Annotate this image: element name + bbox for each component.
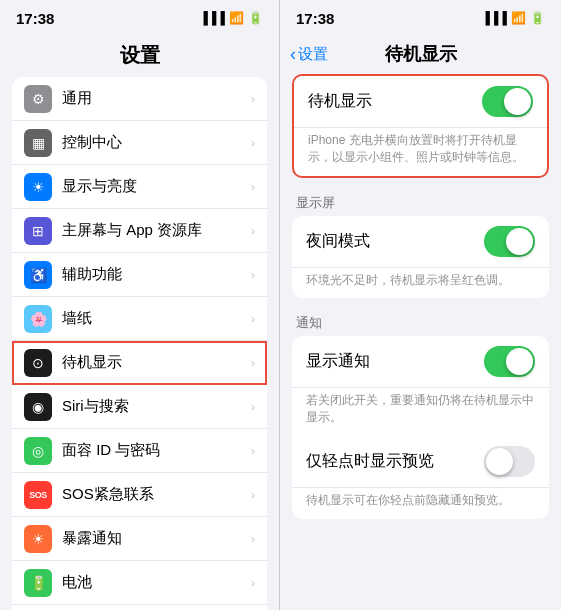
chevron-icon-faceid: › — [251, 443, 255, 458]
battery-icon: 🔋 — [248, 11, 263, 25]
standby-label: 待机显示 — [62, 353, 251, 372]
notification-section-card: 显示通知 若关闭此开关，重要通知仍将在待机显示中显示。 仅轻点时显示预览 待机显… — [292, 336, 549, 518]
wifi-icon-r: 📶 — [511, 11, 526, 25]
display-section-card: 夜间模式 环境光不足时，待机显示将呈红色调。 — [292, 216, 549, 299]
status-bar-left: 17:38 ▐▐▐ 📶 🔋 — [0, 0, 279, 36]
control-label: 控制中心 — [62, 133, 251, 152]
chevron-icon-sos: › — [251, 487, 255, 502]
faceid-label: 面容 ID 与密码 — [62, 441, 251, 460]
chevron-left-icon: ‹ — [290, 44, 296, 65]
settings-item-faceid[interactable]: ◎ 面容 ID 与密码 › — [12, 429, 267, 473]
nav-bar: ‹ 设置 待机显示 — [280, 36, 561, 74]
page-title-right: 待机显示 — [385, 42, 457, 66]
faceid-icon: ◎ — [24, 437, 52, 465]
home-icon: ⊞ — [24, 217, 52, 245]
settings-item-siri[interactable]: ◉ Siri与搜索 › — [12, 385, 267, 429]
chevron-icon-exposure: › — [251, 531, 255, 546]
night-mode-item[interactable]: 夜间模式 — [292, 216, 549, 268]
standby-description: iPhone 充电并横向放置时将打开待机显示，以显示小组件、照片或时钟等信息。 — [294, 128, 547, 176]
toggle-knob-pv — [486, 448, 513, 475]
settings-item-standby[interactable]: ⊙ 待机显示 › — [12, 341, 267, 385]
chevron-icon-siri: › — [251, 399, 255, 414]
battery-icon: 🔋 — [24, 569, 52, 597]
settings-item-sos[interactable]: SOS SOS紧急联系 › — [12, 473, 267, 517]
night-mode-toggle[interactable] — [484, 226, 535, 257]
chevron-icon-standby: › — [251, 355, 255, 370]
back-label: 设置 — [298, 45, 328, 64]
night-mode-label: 夜间模式 — [306, 231, 484, 252]
toggle-knob-sn — [506, 348, 533, 375]
chevron-icon-wallpaper: › — [251, 311, 255, 326]
chevron-icon-control: › — [251, 135, 255, 150]
siri-icon: ◉ — [24, 393, 52, 421]
time-left: 17:38 — [16, 10, 54, 27]
siri-label: Siri与搜索 — [62, 397, 251, 416]
wifi-icon: 📶 — [229, 11, 244, 25]
standby-toggle-item[interactable]: 待机显示 — [294, 76, 547, 128]
chevron-icon-home: › — [251, 223, 255, 238]
wallpaper-label: 墙纸 — [62, 309, 251, 328]
wallpaper-icon: 🌸 — [24, 305, 52, 333]
settings-group-1: ⚙ 通用 › ▦ 控制中心 › ☀ 显示与亮度 › ⊞ 主屏幕与 App 资源库… — [12, 77, 267, 610]
exposure-label: 暴露通知 — [62, 529, 251, 548]
signal-icon: ▐▐▐ — [199, 11, 225, 25]
right-content: 待机显示 iPhone 充电并横向放置时将打开待机显示，以显示小组件、照片或时钟… — [280, 74, 561, 610]
display-label: 显示与亮度 — [62, 177, 251, 196]
settings-item-display[interactable]: ☀ 显示与亮度 › — [12, 165, 267, 209]
page-title-left: 设置 — [0, 36, 279, 77]
display-icon: ☀ — [24, 173, 52, 201]
chevron-icon-access: › — [251, 267, 255, 282]
chevron-icon-general: › — [251, 91, 255, 106]
settings-item-privacy[interactable]: ✋ 隐私与安全性 › — [12, 605, 267, 610]
settings-item-access[interactable]: ♿ 辅助功能 › — [12, 253, 267, 297]
standby-highlight-card: 待机显示 iPhone 充电并横向放置时将打开待机显示，以显示小组件、照片或时钟… — [292, 74, 549, 178]
access-label: 辅助功能 — [62, 265, 251, 284]
back-button[interactable]: ‹ 设置 — [290, 44, 328, 65]
signal-icon-r: ▐▐▐ — [481, 11, 507, 25]
show-notification-item[interactable]: 显示通知 — [292, 336, 549, 388]
chevron-icon-display: › — [251, 179, 255, 194]
show-notification-label: 显示通知 — [306, 351, 484, 372]
settings-list: ⚙ 通用 › ▦ 控制中心 › ☀ 显示与亮度 › ⊞ 主屏幕与 App 资源库… — [0, 77, 279, 610]
preview-toggle[interactable] — [484, 446, 535, 477]
exposure-icon: ☀ — [24, 525, 52, 553]
status-bar-right: 17:38 ▐▐▐ 📶 🔋 — [280, 0, 561, 36]
toggle-knob-nm — [506, 228, 533, 255]
settings-item-wallpaper[interactable]: 🌸 墙纸 › — [12, 297, 267, 341]
general-label: 通用 — [62, 89, 251, 108]
time-right: 17:38 — [296, 10, 334, 27]
standby-icon: ⊙ — [24, 349, 52, 377]
standby-toggle[interactable] — [482, 86, 533, 117]
sos-icon: SOS — [24, 481, 52, 509]
show-notification-desc: 若关闭此开关，重要通知仍将在待机显示中显示。 — [292, 388, 549, 436]
left-panel: 17:38 ▐▐▐ 📶 🔋 设置 ⚙ 通用 › ▦ 控制中心 › ☀ 显示与亮度… — [0, 0, 280, 610]
preview-desc: 待机显示可在你轻点前隐藏通知预览。 — [292, 488, 549, 519]
preview-item[interactable]: 仅轻点时显示预览 — [292, 436, 549, 488]
toggle-knob — [504, 88, 531, 115]
display-section-title: 显示屏 — [292, 186, 549, 216]
sos-label: SOS紧急联系 — [62, 485, 251, 504]
battery-icon-r: 🔋 — [530, 11, 545, 25]
home-label: 主屏幕与 App 资源库 — [62, 221, 251, 240]
control-icon: ▦ — [24, 129, 52, 157]
right-panel: 17:38 ▐▐▐ 📶 🔋 ‹ 设置 待机显示 待机显示 iPhone 充电并横… — [280, 0, 561, 610]
access-icon: ♿ — [24, 261, 52, 289]
notification-section-title: 通知 — [292, 306, 549, 336]
settings-item-exposure[interactable]: ☀ 暴露通知 › — [12, 517, 267, 561]
standby-label: 待机显示 — [308, 91, 482, 112]
show-notification-toggle[interactable] — [484, 346, 535, 377]
settings-item-control[interactable]: ▦ 控制中心 › — [12, 121, 267, 165]
general-icon: ⚙ — [24, 85, 52, 113]
chevron-icon-battery: › — [251, 575, 255, 590]
settings-item-battery[interactable]: 🔋 电池 › — [12, 561, 267, 605]
night-mode-desc: 环境光不足时，待机显示将呈红色调。 — [292, 268, 549, 299]
status-icons-left: ▐▐▐ 📶 🔋 — [199, 11, 263, 25]
settings-item-general[interactable]: ⚙ 通用 › — [12, 77, 267, 121]
settings-item-home[interactable]: ⊞ 主屏幕与 App 资源库 › — [12, 209, 267, 253]
preview-label: 仅轻点时显示预览 — [306, 451, 484, 472]
battery-label: 电池 — [62, 573, 251, 592]
status-icons-right: ▐▐▐ 📶 🔋 — [481, 11, 545, 25]
